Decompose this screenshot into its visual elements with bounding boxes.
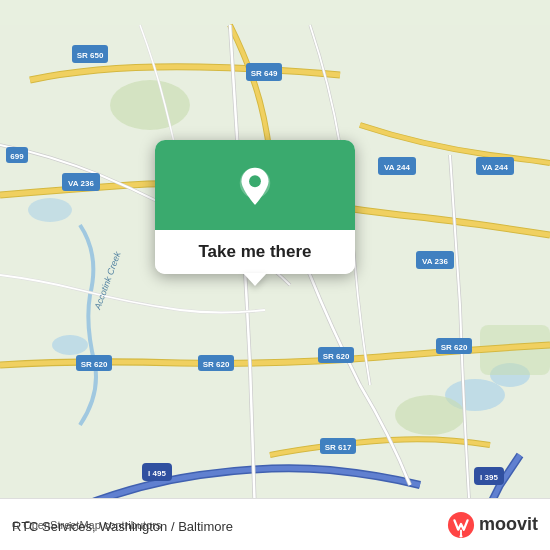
svg-point-5 xyxy=(110,80,190,130)
moovit-brand-text: moovit xyxy=(479,514,538,535)
svg-text:I 495: I 495 xyxy=(148,469,166,478)
svg-point-6 xyxy=(395,395,465,435)
popup-tail xyxy=(243,273,267,286)
svg-text:SR 620: SR 620 xyxy=(81,360,108,369)
svg-text:VA 244: VA 244 xyxy=(482,163,508,172)
svg-text:SR 620: SR 620 xyxy=(323,352,350,361)
svg-point-40 xyxy=(460,534,463,537)
svg-text:SR 620: SR 620 xyxy=(441,343,468,352)
svg-point-4 xyxy=(28,198,72,222)
svg-text:699: 699 xyxy=(10,152,24,161)
popup-green-area xyxy=(155,140,355,230)
svg-text:SR 617: SR 617 xyxy=(325,443,352,452)
popup-label-area: Take me there xyxy=(155,230,355,274)
map-container: SR 650 SR 649 699 VA 236 VA 244 VA 244 V… xyxy=(0,0,550,550)
svg-text:SR 620: SR 620 xyxy=(203,360,230,369)
app-title: RTC Services, Washington / Baltimore xyxy=(12,519,233,534)
bottom-bar: RTC Services, Washington / Baltimore © O… xyxy=(0,498,550,550)
svg-text:VA 236: VA 236 xyxy=(422,257,448,266)
map-background: SR 650 SR 649 699 VA 236 VA 244 VA 244 V… xyxy=(0,0,550,550)
svg-text:SR 650: SR 650 xyxy=(77,51,104,60)
svg-text:SR 649: SR 649 xyxy=(251,69,278,78)
moovit-logo-icon xyxy=(447,511,475,539)
take-me-there-button[interactable]: Take me there xyxy=(198,242,311,262)
svg-text:VA 244: VA 244 xyxy=(384,163,410,172)
svg-point-38 xyxy=(249,175,261,187)
moovit-logo: moovit xyxy=(447,511,538,539)
svg-point-1 xyxy=(52,335,88,355)
svg-text:VA 236: VA 236 xyxy=(68,179,94,188)
app-title-text: RTC Services, Washington / Baltimore xyxy=(12,519,233,534)
svg-text:I 395: I 395 xyxy=(480,473,498,482)
location-pin-icon xyxy=(233,166,277,210)
popup-card: Take me there xyxy=(155,140,355,274)
